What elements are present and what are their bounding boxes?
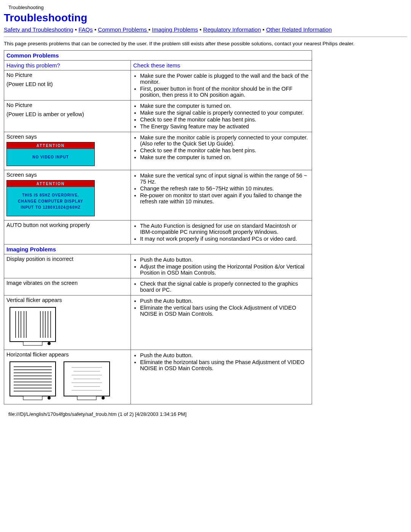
alert-body: NO VIDEO INPUT — [7, 149, 94, 166]
horizontal-flicker-icon — [62, 360, 112, 402]
nav-other[interactable]: Other Related Information — [266, 26, 332, 33]
alert-body: THIS IS 85HZ OVERDRIVE, CHANGE COMPUTER … — [7, 187, 94, 216]
alert-head: ATTENTION — [7, 181, 94, 187]
check-item: Adjust the image position using the Hori… — [140, 264, 309, 276]
table-row: Horizontal flicker appears — [4, 350, 312, 404]
table-row: Screen says ATTENTION THIS IS 85HZ OVERD… — [4, 170, 312, 220]
alert-box: ATTENTION THIS IS 85HZ OVERDRIVE, CHANGE… — [6, 180, 95, 216]
section-common: Common Problems — [4, 51, 312, 61]
check-item: Make sure the signal cable is properly c… — [140, 110, 309, 116]
check-item: It may not work properly if using nonsta… — [140, 236, 309, 242]
problem-label: Screen says — [6, 172, 128, 178]
problem-sublabel: (Power LED is amber or yellow) — [6, 111, 128, 117]
svg-point-34 — [102, 396, 105, 399]
alert-head: ATTENTION — [7, 142, 94, 149]
table-row: Image vibrates on the screen Check that … — [4, 278, 312, 296]
check-item: Make sure the Power cable is plugged to … — [140, 73, 309, 85]
svg-point-24 — [48, 396, 51, 399]
col-check: Check these items — [131, 61, 312, 70]
check-item: The Energy Saving feature may be activat… — [140, 123, 309, 129]
alert-box: ATTENTION NO VIDEO INPUT — [6, 142, 95, 166]
problem-label: Horizontal flicker appears — [6, 351, 128, 358]
breadcrumb: Troubleshooting — [8, 5, 407, 10]
svg-rect-0 — [10, 307, 56, 342]
check-item: Eliminate the vertical bars using the Cl… — [140, 305, 309, 317]
svg-rect-33 — [77, 396, 96, 400]
table-row: Screen says ATTENTION NO VIDEO INPUT Mak… — [4, 132, 312, 170]
page-title: Troubleshooting — [4, 12, 407, 24]
problem-label: No Picture — [6, 72, 128, 78]
check-item: Eliminate the horizontal bars using the … — [140, 359, 309, 371]
nav-reg[interactable]: Regulatory Information — [203, 26, 261, 33]
check-item: Check to see if the monitor cable has be… — [140, 117, 309, 123]
footer-path: file:///D|/L/english/170s4fgbs/safety/sa… — [8, 411, 407, 417]
svg-point-12 — [48, 342, 51, 345]
table-row: No Picture (Power LED not lit) Make sure… — [4, 70, 312, 101]
check-item: Check to see if the monitor cable has be… — [140, 147, 309, 153]
intro-text: This page presents problems that can be … — [4, 41, 377, 46]
nav-imaging[interactable]: Imaging Problems — [152, 26, 198, 33]
section-imaging: Imaging Problems — [4, 244, 312, 254]
svg-rect-11 — [23, 342, 42, 345]
check-item: Re-power on monitor to start over again … — [140, 192, 309, 204]
table-row: Vertical flicker appears — [4, 296, 312, 350]
check-item: Make sure the vertical sync of input sig… — [140, 173, 309, 185]
horizontal-flicker-icon — [8, 360, 57, 402]
svg-rect-23 — [23, 396, 42, 400]
problem-label: Screen says — [6, 134, 128, 140]
problem-label: Vertical flicker appears — [6, 297, 128, 303]
check-item: Make sure the monitor cable is properly … — [140, 134, 309, 147]
check-item: Push the Auto button. — [140, 352, 309, 358]
table-row: No Picture (Power LED is amber or yellow… — [4, 101, 312, 132]
nav-common[interactable]: Common Problems — [98, 26, 148, 33]
table-row: AUTO button not working properly The Aut… — [4, 220, 312, 244]
check-item: Change the refresh rate to 56~75Hz withi… — [140, 185, 309, 192]
troubleshooting-table: Common Problems Having this problem? Che… — [4, 50, 312, 404]
table-row: Display position is incorrect Push the A… — [4, 254, 312, 278]
col-having: Having this problem? — [4, 61, 131, 70]
check-item: Push the Auto button. — [140, 298, 309, 304]
problem-label: No Picture — [6, 102, 128, 108]
vertical-flicker-icon — [8, 305, 57, 347]
check-item: Check that the signal cable is properly … — [140, 281, 309, 293]
check-item: The Auto Function is designed for use on… — [140, 223, 309, 235]
divider — [4, 37, 407, 37]
top-nav: Safety and Troubleshooting • FAQs • Comm… — [4, 26, 407, 33]
check-item: Push the Auto button. — [140, 257, 309, 263]
check-item: First, power button in front of the moni… — [140, 86, 309, 98]
check-item: Make sure the computer is turned on. — [140, 103, 309, 109]
problem-sublabel: (Power LED not lit) — [6, 81, 128, 87]
nav-safety[interactable]: Safety and Troubleshooting — [4, 26, 73, 33]
nav-faqs[interactable]: FAQs — [78, 26, 93, 33]
check-item: Make sure the computer is turned on. — [140, 154, 309, 160]
